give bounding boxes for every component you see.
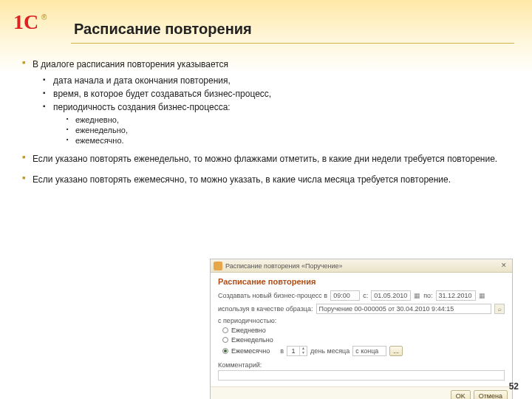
ok-button[interactable]: OK xyxy=(451,390,471,399)
date-to-field[interactable]: 31.12.2010 xyxy=(436,290,476,301)
schedule-dialog: Расписание повторения «Поручение» ✕ Расп… xyxy=(210,259,513,399)
to-label: по: xyxy=(423,292,432,299)
radio-daily[interactable] xyxy=(222,327,228,333)
day-number-value: 1 xyxy=(287,347,299,355)
monthly-in-label: в xyxy=(280,347,284,355)
bullet-main-1: В диалоге расписания повторения указывае… xyxy=(22,59,517,69)
stepper-down-icon[interactable]: ▼ xyxy=(300,351,307,355)
sample-field[interactable]: Поручение 00-000005 от 30.04.2010 9:44:1… xyxy=(316,304,491,314)
monthly-day-label: день месяца xyxy=(310,347,349,355)
comment-field[interactable] xyxy=(218,370,505,381)
cancel-button[interactable]: Отмена xyxy=(474,390,508,399)
radio-daily-label: Ежедневно xyxy=(231,327,266,334)
from-label: с: xyxy=(363,292,368,299)
title-underline xyxy=(71,43,514,44)
month-end-field[interactable]: с конца xyxy=(352,346,386,356)
window-icon xyxy=(214,262,222,270)
periodicity-label: с периодичностью: xyxy=(218,317,505,324)
bullet-sub-1: дата начала и дата окончания повторения, xyxy=(22,75,517,86)
bullet-subsub-2: еженедельно, xyxy=(22,126,517,134)
calendar-icon[interactable]: ▦ xyxy=(414,292,420,299)
logo-1c: 1C® xyxy=(13,10,50,43)
comment-label: Комментарий: xyxy=(218,361,505,369)
window-title: Расписание повторения «Поручение» xyxy=(225,262,499,270)
time-field[interactable]: 09:00 xyxy=(330,290,360,301)
slide-title: Расписание повторения xyxy=(74,21,252,38)
dialog-titlebar[interactable]: Расписание повторения «Поручение» ✕ xyxy=(211,259,512,273)
create-label: Создавать новый бизнес-процесс в xyxy=(218,292,327,299)
close-icon[interactable]: ✕ xyxy=(499,262,509,270)
radio-monthly[interactable] xyxy=(222,348,228,354)
sample-label: используя в качестве образца: xyxy=(218,305,313,313)
bullet-sub-2: время, в которое будет создаваться бизне… xyxy=(22,89,517,99)
bullet-sub-3: периодичность создания бизнес-процесса: xyxy=(22,102,517,112)
page-number: 52 xyxy=(509,381,519,392)
search-icon[interactable]: ⌕ xyxy=(494,304,505,314)
radio-weekly-row[interactable]: Еженедельно xyxy=(218,336,505,344)
radio-weekly[interactable] xyxy=(222,337,228,343)
bullet-subsub-1: ежедневно, xyxy=(22,115,517,124)
more-days-button[interactable]: ... xyxy=(389,346,403,356)
radio-monthly-row[interactable]: Ежемесячно в 1 ▲▼ день месяца с конца ..… xyxy=(218,346,505,356)
dialog-heading: Расписание повторения xyxy=(211,273,512,289)
radio-daily-row[interactable]: Ежедневно xyxy=(218,327,505,334)
radio-monthly-label: Ежемесячно xyxy=(231,347,270,355)
calendar-icon[interactable]: ▦ xyxy=(479,292,485,299)
date-from-field[interactable]: 01.05.2010 xyxy=(371,290,411,301)
radio-weekly-label: Еженедельно xyxy=(231,336,273,344)
day-number-stepper[interactable]: 1 ▲▼ xyxy=(287,346,307,356)
bullet-subsub-3: ежемесячно. xyxy=(22,136,517,145)
bullet-main-2: Если указано повторять еженедельно, то м… xyxy=(22,154,517,164)
bullet-main-3: Если указано повторять ежемесячно, то мо… xyxy=(22,174,517,185)
